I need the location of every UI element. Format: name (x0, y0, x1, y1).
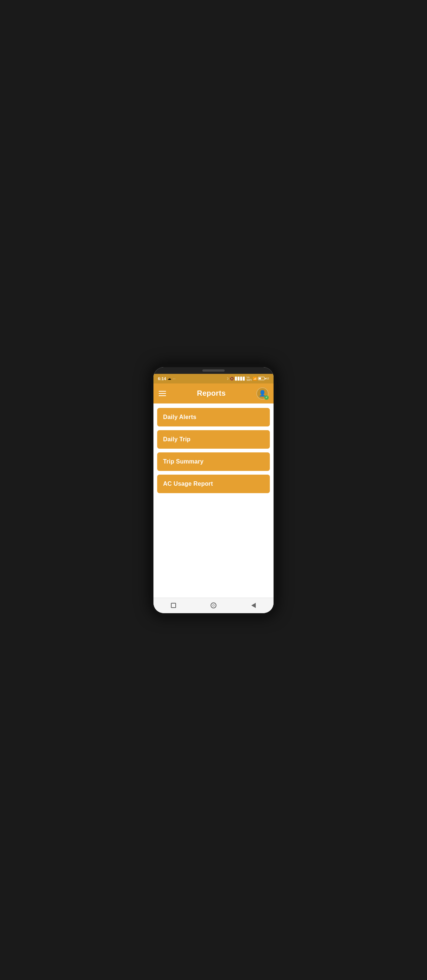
status-icons: ☽ 🔕 ▊▊▊▊ VoWiFi 📶 42 (226, 376, 269, 381)
status-left: 6:14 ☁ ··· (158, 376, 176, 381)
back-icon (251, 603, 256, 608)
recents-icon (171, 603, 176, 608)
home-icon (210, 603, 217, 608)
ac-usage-report-label: AC Usage Report (163, 480, 213, 487)
vo-wifi-icon: VoWiFi (247, 376, 252, 381)
ac-usage-report-item[interactable]: AC Usage Report (157, 475, 270, 493)
cloud-icon: ☁ (167, 376, 171, 380)
phone-device: 6:14 ☁ ··· ☽ 🔕 ▊▊▊▊ VoWiFi 📶 42 (150, 364, 277, 616)
nav-bar (153, 598, 274, 613)
notch-bar (153, 367, 274, 374)
page-title: Reports (197, 389, 226, 398)
dots-icon: ··· (173, 377, 176, 380)
home-icon-inner (212, 604, 215, 606)
daily-trip-item[interactable]: Daily Trip (157, 430, 270, 449)
content-spacer (157, 497, 270, 593)
home-button[interactable] (207, 600, 220, 611)
battery-percent: 42 (266, 377, 269, 380)
avatar[interactable]: 👤 ✓ (257, 388, 268, 399)
notch (202, 369, 225, 372)
avatar-check-icon: ✓ (264, 395, 269, 400)
daily-alerts-item[interactable]: Daily Alerts (157, 408, 270, 426)
back-button[interactable] (248, 600, 260, 611)
daily-trip-label: Daily Trip (163, 436, 191, 443)
menu-icon[interactable] (159, 391, 166, 396)
status-bar: 6:14 ☁ ··· ☽ 🔕 ▊▊▊▊ VoWiFi 📶 42 (153, 374, 274, 383)
wifi-icon: 📶 (253, 377, 257, 380)
mute-icon: 🔕 (230, 377, 234, 380)
moon-icon: ☽ (226, 377, 229, 380)
trip-summary-item[interactable]: Trip Summary (157, 452, 270, 471)
content-area: Daily Alerts Daily Trip Trip Summary AC … (153, 404, 274, 598)
trip-summary-label: Trip Summary (163, 458, 204, 465)
daily-alerts-label: Daily Alerts (163, 414, 196, 420)
recents-button[interactable] (167, 600, 179, 611)
signal-icon: ▊▊▊▊ (235, 377, 245, 380)
phone-screen: 6:14 ☁ ··· ☽ 🔕 ▊▊▊▊ VoWiFi 📶 42 (153, 367, 274, 613)
battery-icon (258, 377, 264, 380)
status-time: 6:14 (158, 376, 166, 381)
toolbar: Reports 👤 ✓ (153, 383, 274, 404)
battery-fill (259, 377, 261, 379)
